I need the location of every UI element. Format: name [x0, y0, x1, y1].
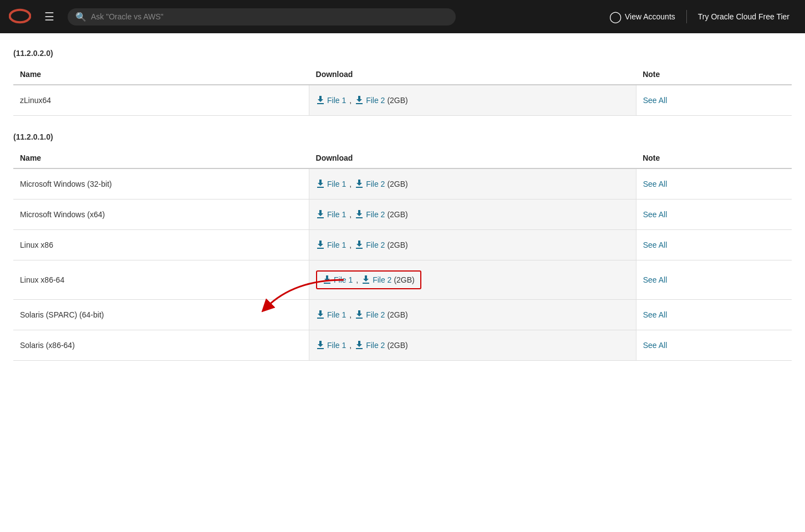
table-row: Solaris (SPARC) (64-bit) File 1 , File 2…: [13, 300, 792, 330]
row-download-1-0: File 1 , File 2 (2GB): [309, 168, 636, 200]
svg-rect-13: [317, 348, 324, 349]
file2-link-1-3[interactable]: File 2: [373, 275, 391, 284]
svg-rect-5: [317, 217, 324, 218]
row-name-1-1: Microsoft Windows (x64): [13, 200, 309, 230]
header-divider: [686, 10, 687, 23]
separator: ,: [349, 241, 351, 249]
see-all-link-1-4[interactable]: See All: [643, 310, 668, 319]
search-bar[interactable]: 🔍: [68, 8, 456, 25]
file-size: (2GB): [387, 96, 407, 105]
download-icon-1: [316, 240, 325, 250]
separator: ,: [349, 310, 351, 319]
col-header-name-0: Name: [13, 64, 309, 85]
svg-rect-10: [363, 283, 369, 284]
svg-rect-11: [317, 318, 324, 319]
table-row: Linux x86 File 1 , File 2 (2GB) See All: [13, 230, 792, 260]
row-download-1-3: File 1 , File 2 (2GB): [309, 260, 636, 300]
row-note-1-0: See All: [636, 168, 792, 200]
svg-rect-8: [356, 248, 363, 249]
file-size: (2GB): [387, 241, 407, 249]
row-name-1-4: Solaris (SPARC) (64-bit): [13, 300, 309, 330]
search-input[interactable]: [91, 12, 448, 21]
col-header-download-0: Download: [309, 64, 636, 85]
file1-link-1-4[interactable]: File 1: [327, 310, 346, 319]
download-icon-1: [316, 340, 325, 350]
row-download-0-0: File 1 , File 2 (2GB): [309, 85, 636, 116]
svg-point-0: [10, 9, 30, 22]
row-note-1-2: See All: [636, 230, 792, 260]
file2-link-1-5[interactable]: File 2: [366, 341, 385, 350]
download-icon-2: [355, 179, 364, 189]
download-icon-1: [316, 179, 325, 189]
view-accounts-button[interactable]: ◯ View Accounts: [603, 8, 682, 25]
row-note-1-4: See All: [636, 300, 792, 330]
svg-rect-12: [356, 318, 363, 319]
see-all-link-1-3[interactable]: See All: [643, 275, 668, 284]
main-content: (11.2.0.2.0) Name Download Note zLinux64…: [0, 33, 805, 388]
see-all-link-1-0[interactable]: See All: [643, 180, 668, 188]
section-version-1: (11.2.0.1.0): [13, 132, 792, 141]
col-header-note-1: Note: [636, 148, 792, 168]
svg-rect-9: [324, 283, 330, 284]
table-row: Linux x86-64 File 1 , File 2 (2GB) See A…: [13, 260, 792, 300]
table-row: Solaris (x86-64) File 1 , File 2 (2GB) S…: [13, 330, 792, 361]
see-all-link-0-0[interactable]: See All: [643, 96, 668, 105]
hamburger-menu[interactable]: ☰: [40, 8, 59, 25]
download-table-1: Name Download Note Microsoft Windows (32…: [13, 148, 792, 361]
see-all-link-1-1[interactable]: See All: [643, 210, 668, 219]
svg-rect-1: [317, 103, 324, 104]
row-note-0-0: See All: [636, 85, 792, 116]
download-icon-1: [316, 209, 325, 219]
file2-link-1-1[interactable]: File 2: [366, 210, 385, 219]
svg-rect-14: [356, 348, 363, 349]
svg-rect-6: [356, 217, 363, 218]
see-all-link-1-5[interactable]: See All: [643, 341, 668, 350]
download-links-1-4: File 1 , File 2 (2GB): [316, 310, 629, 320]
file-size: (2GB): [394, 275, 414, 284]
download-icon-2: [355, 95, 364, 105]
col-header-name-1: Name: [13, 148, 309, 168]
free-tier-label: Try Oracle Cloud Free Tier: [698, 12, 789, 21]
file-size: (2GB): [387, 341, 407, 350]
row-name-1-5: Solaris (x86-64): [13, 330, 309, 361]
file1-link-0-0[interactable]: File 1: [327, 96, 346, 105]
file2-link-1-0[interactable]: File 2: [366, 180, 385, 188]
svg-rect-4: [356, 187, 363, 188]
file1-link-1-0[interactable]: File 1: [327, 180, 346, 188]
table-row: zLinux64 File 1 , File 2 (2GB) See All: [13, 85, 792, 116]
svg-rect-7: [317, 248, 324, 249]
row-note-1-1: See All: [636, 200, 792, 230]
row-download-1-1: File 1 , File 2 (2GB): [309, 200, 636, 230]
file-size: (2GB): [387, 210, 407, 219]
row-name-1-3: Linux x86-64: [13, 260, 309, 300]
file2-link-0-0[interactable]: File 2: [366, 96, 385, 105]
free-tier-button[interactable]: Try Oracle Cloud Free Tier: [691, 10, 796, 23]
file2-link-1-2[interactable]: File 2: [366, 241, 385, 249]
table-row: Microsoft Windows (32-bit) File 1 , File…: [13, 168, 792, 200]
file1-link-1-1[interactable]: File 1: [327, 210, 346, 219]
oracle-logo[interactable]: [9, 8, 31, 25]
file2-link-1-4[interactable]: File 2: [366, 310, 385, 319]
row-name-1-0: Microsoft Windows (32-bit): [13, 168, 309, 200]
view-accounts-label: View Accounts: [625, 12, 675, 21]
download-table-0: Name Download Note zLinux64 File 1 , Fil…: [13, 64, 792, 116]
file-size: (2GB): [387, 310, 407, 319]
separator: ,: [349, 180, 351, 188]
account-icon: ◯: [609, 10, 621, 23]
section-version-0: (11.2.0.2.0): [13, 49, 792, 58]
col-header-download-1: Download: [309, 148, 636, 168]
file1-link-1-2[interactable]: File 1: [327, 241, 346, 249]
row-name-1-2: Linux x86: [13, 230, 309, 260]
download-links-0-0: File 1 , File 2 (2GB): [316, 95, 629, 105]
sections-container: (11.2.0.2.0) Name Download Note zLinux64…: [13, 49, 792, 361]
see-all-link-1-2[interactable]: See All: [643, 241, 668, 249]
file1-link-1-3[interactable]: File 1: [334, 275, 353, 284]
download-icon-2: [355, 310, 364, 320]
file1-link-1-5[interactable]: File 1: [327, 341, 346, 350]
table-row: Microsoft Windows (x64) File 1 , File 2 …: [13, 200, 792, 230]
download-icon-2: [355, 340, 364, 350]
separator: ,: [349, 210, 351, 219]
download-icon-2: [355, 240, 364, 250]
search-icon: 🔍: [75, 12, 86, 22]
download-icon-2: [355, 209, 364, 219]
